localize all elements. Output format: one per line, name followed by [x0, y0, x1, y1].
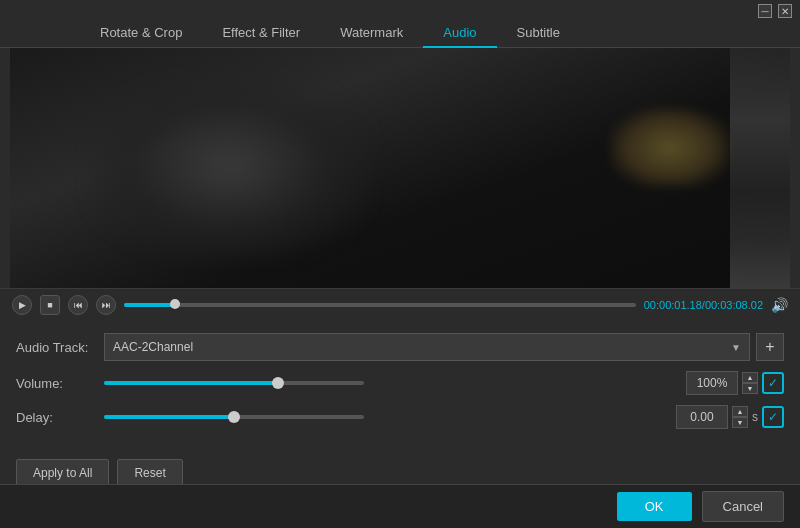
track-select[interactable]: AAC-2Channel ▼: [104, 333, 750, 361]
volume-icon[interactable]: 🔊: [771, 297, 788, 313]
delay-spin: ▲ ▼: [732, 406, 748, 428]
delay-row: Delay: 0.00 ▲ ▼ s ✓: [16, 405, 784, 429]
volume-row: Volume: 100% ▲ ▼ ✓: [16, 371, 784, 395]
title-bar: ─ ✕: [750, 0, 800, 22]
progress-fill: [124, 303, 175, 307]
delay-label: Delay:: [16, 410, 96, 425]
progress-bar[interactable]: [124, 303, 636, 307]
ok-button[interactable]: OK: [617, 492, 692, 521]
play-button[interactable]: ▶: [12, 295, 32, 315]
volume-fill: [104, 381, 278, 385]
volume-slider-container: [104, 381, 678, 385]
reset-button[interactable]: Reset: [117, 459, 182, 487]
stop-button[interactable]: ■: [40, 295, 60, 315]
volume-reset-icon[interactable]: ✓: [762, 372, 784, 394]
delay-unit: s: [752, 410, 758, 424]
track-select-text: AAC-2Channel: [113, 340, 731, 354]
time-display: 00:00:01.18/00:03:08.02: [644, 299, 763, 311]
close-button[interactable]: ✕: [778, 4, 792, 18]
volume-slider[interactable]: [104, 381, 364, 385]
delay-value[interactable]: 0.00: [676, 405, 728, 429]
volume-thumb: [272, 377, 284, 389]
delay-slider[interactable]: [104, 415, 364, 419]
video-container: Original: 1898x700 Output: 1898x700: [10, 48, 790, 288]
delay-down-button[interactable]: ▼: [732, 417, 748, 428]
delay-up-button[interactable]: ▲: [732, 406, 748, 417]
add-track-button[interactable]: +: [756, 333, 784, 361]
track-select-arrow: ▼: [731, 342, 741, 353]
tab-watermark[interactable]: Watermark: [320, 19, 423, 48]
minimize-button[interactable]: ─: [758, 4, 772, 18]
track-select-container: AAC-2Channel ▼ +: [104, 333, 784, 361]
next-button[interactable]: ⏭: [96, 295, 116, 315]
video-preview: [10, 48, 790, 288]
delay-fill: [104, 415, 234, 419]
volume-down-button[interactable]: ▼: [742, 383, 758, 394]
playback-bar: ▶ ■ ⏮ ⏭ 00:00:01.18/00:03:08.02 🔊: [0, 288, 800, 321]
tab-audio[interactable]: Audio: [423, 19, 496, 48]
prev-button[interactable]: ⏮: [68, 295, 88, 315]
bottom-bar: OK Cancel: [0, 484, 800, 528]
cancel-button[interactable]: Cancel: [702, 491, 784, 522]
track-row: Audio Track: AAC-2Channel ▼ +: [16, 333, 784, 361]
volume-spin: ▲ ▼: [742, 372, 758, 394]
video-strip: [730, 48, 790, 288]
tab-bar: Rotate & Crop Effect & Filter Watermark …: [0, 0, 800, 48]
apply-to-all-button[interactable]: Apply to All: [16, 459, 109, 487]
delay-reset-icon[interactable]: ✓: [762, 406, 784, 428]
volume-input-container: 100% ▲ ▼ ✓: [686, 371, 784, 395]
track-label: Audio Track:: [16, 340, 96, 355]
tab-subtitle[interactable]: Subtitle: [497, 19, 580, 48]
delay-slider-container: [104, 415, 668, 419]
progress-thumb: [170, 299, 180, 309]
volume-label: Volume:: [16, 376, 96, 391]
volume-value[interactable]: 100%: [686, 371, 738, 395]
tab-effect-filter[interactable]: Effect & Filter: [202, 19, 320, 48]
delay-input-container: 0.00 ▲ ▼ s ✓: [676, 405, 784, 429]
delay-thumb: [228, 411, 240, 423]
volume-up-button[interactable]: ▲: [742, 372, 758, 383]
audio-controls: Audio Track: AAC-2Channel ▼ + Volume: 10…: [0, 321, 800, 451]
tab-rotate-crop[interactable]: Rotate & Crop: [80, 19, 202, 48]
